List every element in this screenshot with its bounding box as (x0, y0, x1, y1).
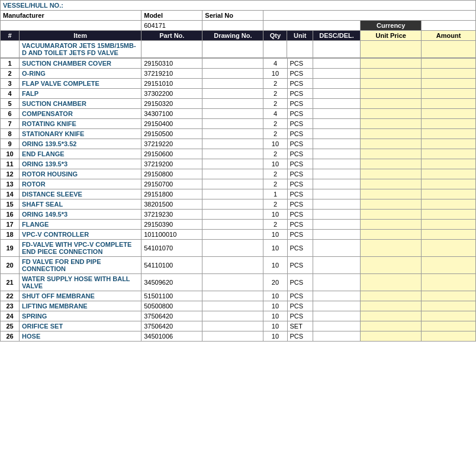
unit-price (361, 139, 422, 149)
row-num: 21 (1, 274, 20, 291)
unit: PCS (287, 301, 313, 311)
unit-price (361, 189, 422, 199)
desc-del (313, 79, 361, 89)
row-num: 18 (1, 230, 20, 240)
item-name: FLAP VALVE COMPLETE (20, 79, 141, 89)
col-part-no: Part No. (141, 31, 202, 41)
qty: 2 (263, 149, 287, 159)
item-name: FD VALVE FOR END PIPE CONNECTION (20, 257, 141, 274)
unit-price (361, 199, 422, 210)
item-name: O-RING (20, 69, 141, 79)
table-row: 16 ORING 149.5*3 37219230 10 PCS (1, 210, 476, 220)
part-no: 37506420 (141, 311, 202, 321)
drawing-no (202, 199, 263, 210)
row-num: 19 (1, 240, 20, 257)
item-name: ORING 149.5*3 (20, 210, 141, 220)
part-no: 29150320 (141, 99, 202, 109)
desc-del (313, 311, 361, 321)
table-row: 7 ROTATING KNIFE 29150400 2 PCS (1, 119, 476, 129)
unit: PCS (287, 79, 313, 89)
row-num: 17 (1, 220, 20, 230)
desc-del (313, 139, 361, 149)
drawing-no (202, 149, 263, 159)
unit-price (361, 159, 422, 169)
qty: 2 (263, 220, 287, 230)
row-num: 25 (1, 321, 20, 331)
row-num: 7 (1, 119, 20, 129)
amount (422, 99, 476, 109)
qty: 10 (263, 301, 287, 311)
unit: PCS (287, 331, 313, 342)
manufacturer-header: Manufacturer (1, 11, 141, 21)
table-row: 25 ORIFICE SET 37506420 10 SET (1, 321, 476, 331)
item-name: ROTOR (20, 179, 141, 189)
qty: 10 (263, 69, 287, 79)
item-name: END FLANGE (20, 149, 141, 159)
desc-del (313, 59, 361, 69)
table-row: 10 END FLANGE 29150600 2 PCS (1, 149, 476, 159)
part-no: 34501006 (141, 331, 202, 342)
part-no: 101100010 (141, 230, 202, 240)
unit: PCS (287, 220, 313, 230)
amount (422, 159, 476, 169)
unit: PCS (287, 274, 313, 291)
row-num: 3 (1, 79, 20, 89)
qty: 10 (263, 240, 287, 257)
item-name: HOSE (20, 331, 141, 342)
item-name: FD-VALVE WITH VPC-V COMPLETE END PIECE C… (20, 240, 141, 257)
part-no: 34307100 (141, 109, 202, 119)
serial-header: Serial No (202, 11, 263, 21)
empty-mid (263, 21, 361, 31)
part-no: 37219210 (141, 69, 202, 79)
amount (422, 274, 476, 291)
col-item: Item (20, 31, 141, 41)
part-no: 29150800 (141, 169, 202, 179)
drawing-no (202, 301, 263, 311)
desc-del (313, 179, 361, 189)
qty: 10 (263, 311, 287, 321)
row-num: 26 (1, 331, 20, 342)
amount (422, 301, 476, 311)
amount (422, 257, 476, 274)
drawing-no (202, 69, 263, 79)
amount (422, 69, 476, 79)
unit: PCS (287, 257, 313, 274)
drawing-no (202, 331, 263, 342)
item-header-drawing (202, 41, 263, 58)
unit-price (361, 99, 422, 109)
table-row: 3 FLAP VALVE COMPLETE 29151010 2 PCS (1, 79, 476, 89)
part-no: 29150390 (141, 220, 202, 230)
currency-label: Currency (361, 21, 422, 31)
empty-mfr (1, 21, 141, 31)
part-no: 29150600 (141, 149, 202, 159)
unit: SET (287, 321, 313, 331)
amount (422, 210, 476, 220)
item-name: COMPENSATOR (20, 109, 141, 119)
amount (422, 89, 476, 99)
model-header: Model (141, 11, 202, 21)
row-num: 2 (1, 69, 20, 79)
amount (422, 311, 476, 321)
part-no: 29150500 (141, 129, 202, 139)
drawing-no (202, 89, 263, 99)
drawing-no (202, 274, 263, 291)
part-no: 34509620 (141, 274, 202, 291)
unit: PCS (287, 189, 313, 199)
desc-del (313, 189, 361, 199)
unit-price (361, 301, 422, 311)
qty: 10 (263, 331, 287, 342)
desc-del (313, 257, 361, 274)
row-num: 16 (1, 210, 20, 220)
unit: PCS (287, 240, 313, 257)
part-no: 38201500 (141, 199, 202, 210)
row-num: 20 (1, 257, 20, 274)
unit-price (361, 321, 422, 331)
table-row: 15 SHAFT SEAL 38201500 2 PCS (1, 199, 476, 210)
table-row: 6 COMPENSATOR 34307100 4 PCS (1, 109, 476, 119)
unit: PCS (287, 89, 313, 99)
unit-price (361, 257, 422, 274)
table-row: 1 SUCTION CHAMBER COVER 29150310 4 PCS (1, 59, 476, 69)
item-name: FLANGE (20, 220, 141, 230)
unit-price (361, 129, 422, 139)
unit-price (361, 179, 422, 189)
